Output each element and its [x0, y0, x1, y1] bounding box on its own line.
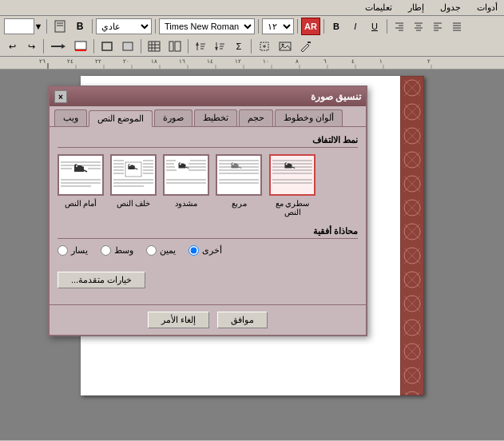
dialog-footer: موافق إلغاء الأمر: [50, 304, 366, 335]
insert-frame-icon: [258, 41, 271, 52]
align-left-item[interactable]: يسار: [58, 245, 88, 256]
toolbar-row-1: ٥٠٪ ▼ B عادي Times New Roman ١٢ AR B: [0, 16, 504, 37]
menu-item-frame[interactable]: إطار: [405, 2, 427, 14]
document-area: تنسيق صورة × ويب الموضع النص صورة تخطيط …: [0, 70, 504, 440]
justify-btn[interactable]: [448, 18, 466, 35]
separator-6: [251, 39, 252, 54]
border-pattern-svg: [400, 76, 424, 395]
svg-text:٤: ٤: [351, 58, 355, 64]
redo-btn[interactable]: ↪: [22, 38, 40, 55]
columns-btn[interactable]: [165, 38, 185, 55]
insert-frame-btn[interactable]: [255, 38, 274, 55]
advanced-options-button[interactable]: خيارات متقدمة...: [58, 272, 145, 288]
zoom-dropdown-btn[interactable]: ٥٠٪ ▼: [3, 18, 43, 35]
align-right-item[interactable]: يمين: [146, 245, 176, 256]
separator-5: [188, 39, 189, 54]
italic-icon: I: [354, 22, 356, 31]
align-left-radio[interactable]: [58, 245, 68, 256]
ar-btn[interactable]: AR: [301, 18, 320, 35]
dialog-tabs: ويب الموضع النص صورة تخطيط حجم ألوان وخط…: [50, 106, 366, 126]
zoom-arrow-icon: ▼: [34, 22, 43, 31]
align-section: محاذاة أفقية يسار وسط يمين: [58, 226, 358, 256]
insert-img-icon: [279, 41, 292, 52]
menubar: أدوات جدول إطار تعليمات: [0, 0, 504, 16]
svg-rect-30: [169, 42, 173, 51]
wrap-inline-label: أمام النص: [65, 199, 97, 208]
border-btn[interactable]: [97, 38, 117, 55]
wrap-option-tight[interactable]: مشدود: [163, 154, 209, 217]
line-style-btn[interactable]: [47, 38, 69, 55]
wrap-option-square[interactable]: خلف النص: [110, 154, 157, 217]
align-other-radio[interactable]: [189, 245, 199, 256]
align-left-icon: [432, 22, 443, 31]
dialog-title: تنسيق صورة: [311, 91, 361, 102]
align-center-item[interactable]: وسط: [101, 245, 133, 256]
italic-btn[interactable]: I: [347, 18, 364, 35]
svg-text:٨: ٨: [296, 58, 299, 64]
separator: [46, 19, 47, 34]
tab-picture[interactable]: صورة: [154, 109, 192, 126]
menu-item-table[interactable]: جدول: [437, 2, 464, 14]
cancel-button[interactable]: إلغاء الأمر: [148, 312, 209, 328]
dialog-advanced-area: خيارات متقدمة...: [58, 272, 358, 288]
wrap-behind-preview: [216, 154, 262, 196]
ruler: ٢٦ ٢٤ ٢٢ ٢٠ ١٨ ١٦ ١٤ ١٢ ١٠ ٨ ٦ ٤ ١ ٢: [0, 57, 504, 70]
align-right-btn[interactable]: [391, 18, 408, 35]
tab-layout[interactable]: تخطيط: [194, 109, 237, 126]
svg-text:٢٢: ٢٢: [95, 58, 101, 64]
separator-3: [93, 39, 94, 54]
color-btn[interactable]: [71, 38, 90, 55]
svg-rect-22: [75, 50, 86, 51]
style-select[interactable]: عادي: [96, 18, 152, 34]
draw-btn[interactable]: [296, 38, 315, 55]
undo-btn[interactable]: ↩: [3, 38, 21, 55]
sigma-btn[interactable]: Σ: [230, 38, 248, 55]
table-btn[interactable]: [145, 38, 164, 55]
wrap-behind-svg: [217, 156, 260, 194]
align-center-btn[interactable]: [410, 18, 427, 35]
font-size-select[interactable]: ١٢: [262, 18, 294, 34]
sort-asc-btn[interactable]: [192, 38, 209, 55]
tab-colors-lines[interactable]: ألوان وخطوط: [275, 109, 343, 126]
svg-text:١٠: ١٠: [263, 58, 269, 64]
sigma-icon: Σ: [236, 42, 242, 51]
align-other-item[interactable]: أخرى: [189, 245, 222, 256]
svg-text:٢: ٢: [427, 58, 431, 64]
separator: [387, 19, 387, 34]
insert-img-btn[interactable]: [276, 38, 295, 55]
page-nav-btn[interactable]: [50, 18, 69, 35]
menu-item-help[interactable]: تعليمات: [362, 2, 395, 14]
align-center-icon: [413, 22, 424, 31]
wrap-tight-preview: [163, 154, 209, 196]
columns-icon: [169, 41, 181, 52]
svg-text:١٢: ١٢: [235, 58, 241, 64]
wrap-option-inline[interactable]: أمام النص: [58, 154, 104, 217]
font-name-select[interactable]: Times New Roman: [159, 18, 255, 34]
wrap-inline-svg: [59, 156, 102, 194]
align-right-radio[interactable]: [146, 245, 157, 256]
align-left-btn[interactable]: [429, 18, 446, 35]
dialog-close-button[interactable]: ×: [54, 90, 67, 103]
svg-rect-0: [55, 21, 65, 32]
wrap-inline-preview: [58, 154, 104, 196]
align-center-radio[interactable]: [101, 245, 111, 256]
tab-web[interactable]: ويب: [54, 109, 87, 126]
ok-button[interactable]: موافق: [217, 312, 268, 328]
svg-text:٦: ٦: [323, 58, 327, 64]
tab-text-position[interactable]: الموضع النص: [89, 110, 153, 127]
menu-item-tools[interactable]: أدوات: [474, 2, 501, 14]
svg-line-85: [84, 170, 87, 172]
wrap-option-behind[interactable]: مربع: [216, 154, 262, 217]
wrap-options: أمام النص: [58, 154, 358, 217]
bold-btn[interactable]: B: [327, 18, 345, 35]
wrap-option-infront[interactable]: سطري مع النص: [268, 154, 316, 217]
svg-rect-45: [280, 42, 291, 50]
number-label: B: [77, 21, 84, 32]
shading-btn[interactable]: [118, 38, 137, 55]
tab-size[interactable]: حجم: [239, 109, 273, 126]
number-btn[interactable]: B: [71, 18, 89, 35]
zoom-input[interactable]: ٥٠٪: [4, 18, 34, 34]
separator: [323, 19, 324, 34]
underline-btn[interactable]: U: [366, 18, 383, 35]
sort-desc-btn[interactable]: [211, 38, 228, 55]
